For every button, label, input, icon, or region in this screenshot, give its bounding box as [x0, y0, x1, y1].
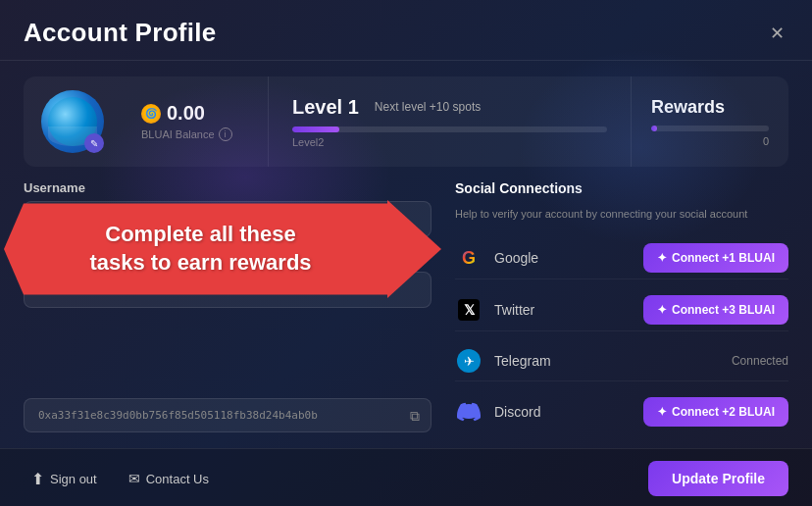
twitter-x-icon: 𝕏	[464, 302, 475, 318]
modal-overlay: Account Profile ✕ ✎	[0, 0, 812, 506]
wallet-address-input	[24, 398, 431, 432]
twitter-name: Twitter	[494, 302, 632, 318]
discord-connect-button[interactable]: ✦ Connect +2 BLUAI	[643, 397, 788, 427]
email-input[interactable]	[24, 272, 431, 308]
social-item-telegram: ✈ Telegram Connected	[455, 341, 788, 381]
avatar-section: ✎	[24, 76, 122, 167]
modal-content: Account Profile ✕ ✎	[0, 0, 812, 506]
rewards-section: Rewards 0	[632, 76, 788, 167]
social-item-google: G Google ✦ Connect +1 BLUAI	[455, 237, 788, 279]
sparkle-icon-twitter: ✦	[657, 303, 667, 317]
social-connections-panel: Social Connections Help to verify your a…	[455, 180, 788, 432]
social-item-discord: Discord ✦ Connect +2 BLUAI	[455, 391, 788, 432]
discord-name: Discord	[494, 404, 632, 420]
balance-amount: 🌀 0.00	[141, 102, 248, 125]
username-group: Username	[24, 180, 431, 237]
twitter-logo: 𝕏	[455, 296, 482, 324]
google-name: Google	[494, 250, 632, 266]
google-connect-button[interactable]: ✦ Connect +1 BLUAI	[643, 243, 788, 273]
discord-svg-icon	[457, 400, 481, 424]
balance-value: 0.00	[167, 102, 205, 125]
rewards-count: 0	[651, 135, 769, 147]
social-subtitle: Help to verify your account by connectin…	[455, 208, 788, 220]
email-group: Email Address	[24, 251, 431, 308]
sparkle-icon: ✦	[657, 251, 667, 265]
main-section: Username Complete all thesetasks to earn…	[24, 180, 788, 432]
contact-us-label: Contact Us	[146, 472, 209, 486]
google-connect-label: Connect +1 BLUAI	[672, 251, 775, 265]
modal-body: ✎ 🌀 0.00 BLUAI Balance i	[0, 61, 812, 448]
level-progress-fill	[292, 126, 339, 132]
level-header: Level 1 Next level +10 spots	[292, 96, 607, 119]
modal-header: Account Profile ✕	[0, 0, 812, 61]
twitter-connect-button[interactable]: ✦ Connect +3 BLUAI	[643, 295, 788, 325]
email-label: Email Address	[24, 251, 431, 266]
level-current: Level 1	[292, 96, 359, 119]
contact-icon: ✉	[128, 471, 140, 486]
modal-title: Account Profile	[24, 18, 217, 48]
telegram-connected-label: Connected	[732, 354, 788, 368]
avatar-edit-button[interactable]: ✎	[84, 133, 104, 153]
twitter-connect-label: Connect +3 BLUAI	[672, 303, 775, 317]
sparkle-icon-discord: ✦	[657, 405, 667, 419]
update-profile-button[interactable]: Update Profile	[648, 461, 788, 496]
rewards-progress-bar	[651, 126, 769, 131]
username-input[interactable]	[24, 201, 431, 237]
social-title: Social Connections	[455, 180, 788, 196]
telegram-name: Telegram	[494, 353, 720, 369]
google-logo: G	[455, 244, 482, 272]
contact-us-button[interactable]: ✉ Contact Us	[121, 467, 217, 490]
balance-label: BLUAI Balance i	[141, 127, 248, 141]
rewards-progress-fill	[651, 126, 657, 131]
telegram-logo: ✈	[455, 347, 482, 375]
update-profile-label: Update Profile	[672, 471, 765, 486]
level-section: Level 1 Next level +10 spots Level2	[269, 76, 632, 167]
avatar-wrapper: ✎	[41, 90, 104, 153]
modal-footer: ⬆ Sign out ✉ Contact Us Update Profile	[0, 448, 812, 506]
balance-section: 🌀 0.00 BLUAI Balance i	[122, 76, 269, 167]
sign-out-icon: ⬆	[31, 470, 44, 488]
username-label: Username	[24, 180, 431, 195]
coin-icon: 🌀	[141, 104, 161, 124]
level-progress-bar	[292, 126, 607, 132]
sign-out-label: Sign out	[50, 472, 97, 486]
rewards-title: Rewards	[651, 97, 769, 118]
social-item-twitter: 𝕏 Twitter ✦ Connect +3 BLUAI	[455, 289, 788, 331]
wallet-group: ⧉	[24, 398, 431, 432]
discord-connect-label: Connect +2 BLUAI	[672, 405, 775, 419]
stats-row: ✎ 🌀 0.00 BLUAI Balance i	[24, 76, 788, 167]
balance-info-icon[interactable]: i	[219, 127, 232, 141]
level-next-info: Next level +10 spots	[375, 100, 481, 114]
discord-logo	[455, 398, 482, 426]
wallet-input-wrapper: ⧉	[24, 398, 431, 432]
level-next-label: Level2	[292, 136, 607, 148]
sign-out-button[interactable]: ⬆ Sign out	[24, 466, 105, 492]
close-button[interactable]: ✕	[765, 22, 788, 45]
copy-address-button[interactable]: ⧉	[408, 405, 422, 426]
left-panel: Username Complete all thesetasks to earn…	[24, 180, 431, 432]
